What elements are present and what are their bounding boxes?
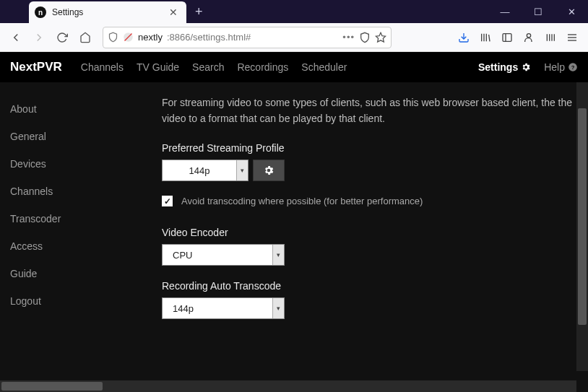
brand[interactable]: NextPVR <box>10 60 62 74</box>
nav-help[interactable]: Help ? <box>544 61 578 73</box>
sidebar-item-access[interactable]: Access <box>0 232 144 260</box>
avoid-transcode-label: Avoid transcoding where possible (for be… <box>181 196 423 206</box>
url-host: nextly <box>138 32 163 43</box>
window-controls: — ☐ ✕ <box>488 0 588 23</box>
gear-icon <box>521 62 531 72</box>
url-rest: :8866/settings.html# <box>167 32 251 43</box>
avoid-transcode-checkbox[interactable]: ✓ <box>162 196 173 206</box>
sidebar-item-channels[interactable]: Channels <box>0 178 144 205</box>
autotranscode-label: Recording Auto Transcode <box>162 280 579 292</box>
sidebar-toggle-icon[interactable] <box>497 27 517 48</box>
app-topnav: NextPVR Channels TV Guide Search Recordi… <box>0 52 588 82</box>
library-icon[interactable] <box>475 27 496 48</box>
hamburger-menu-icon[interactable] <box>562 27 582 48</box>
question-icon: ? <box>568 62 578 72</box>
sidebar-item-general[interactable]: General <box>0 123 144 150</box>
svg-marker-1 <box>376 32 385 42</box>
nav-settings[interactable]: Settings <box>478 61 531 73</box>
transcoder-description: For streaming video to some types of cli… <box>162 95 579 126</box>
avoid-transcode-row[interactable]: ✓ Avoid transcoding where possible (for … <box>162 196 579 206</box>
tab-close-icon[interactable]: ✕ <box>166 6 181 18</box>
settings-sidebar: About General Devices Channels Transcode… <box>0 82 144 371</box>
tracking-icon[interactable] <box>123 32 134 43</box>
autotranscode-value: 144p <box>163 303 272 314</box>
window-minimize-icon[interactable]: — <box>488 6 522 17</box>
bookmark-star-icon[interactable] <box>375 32 386 43</box>
horizontal-scrollbar-thumb[interactable] <box>1 382 103 391</box>
sidebar-item-transcoder[interactable]: Transcoder <box>0 205 144 232</box>
tab-favicon: n <box>35 6 46 18</box>
chevron-down-icon: ▾ <box>272 298 284 318</box>
nav-help-label: Help <box>544 61 565 73</box>
svg-point-9 <box>527 33 530 37</box>
nav-scheduler[interactable]: Scheduler <box>301 61 347 73</box>
window-maximize-icon[interactable]: ☐ <box>522 6 555 17</box>
nav-channels[interactable]: Channels <box>81 61 124 73</box>
extensions-icon[interactable] <box>540 27 561 48</box>
page-actions-icon[interactable]: ••• <box>342 32 355 43</box>
sidebar-item-logout[interactable]: Logout <box>0 287 144 315</box>
forward-button[interactable] <box>29 27 49 48</box>
nav-search[interactable]: Search <box>192 61 224 73</box>
profile-label: Preferred Streaming Profile <box>162 142 579 154</box>
settings-main: For streaming video to some types of cli… <box>144 82 588 371</box>
reload-button[interactable] <box>52 27 72 48</box>
reader-icon[interactable] <box>359 32 371 43</box>
vertical-scrollbar-thumb[interactable] <box>578 108 587 325</box>
autotranscode-select[interactable]: 144p ▾ <box>162 297 285 319</box>
profile-value: 144p <box>163 165 236 176</box>
shield-icon[interactable] <box>108 32 118 43</box>
sidebar-item-about[interactable]: About <box>0 95 144 123</box>
browser-tab[interactable]: n Settings ✕ <box>29 1 186 23</box>
profile-select[interactable]: 144p ▾ <box>162 160 248 181</box>
nav-recordings[interactable]: Recordings <box>237 61 288 73</box>
downloads-icon[interactable] <box>454 27 474 48</box>
toolbar-right-icons <box>454 27 582 48</box>
chevron-down-icon: ▾ <box>236 160 248 180</box>
window-close-icon[interactable]: ✕ <box>555 6 588 17</box>
url-bar[interactable]: nextly:8866/settings.html# ••• <box>103 27 392 48</box>
account-icon[interactable] <box>519 27 539 48</box>
vertical-scrollbar[interactable] <box>576 82 588 371</box>
horizontal-scrollbar[interactable] <box>0 380 576 392</box>
svg-line-6 <box>489 35 490 41</box>
browser-titlebar: n Settings ✕ + — ☐ ✕ <box>0 0 588 23</box>
chevron-down-icon: ▾ <box>272 245 284 265</box>
tab-title: Settings <box>52 7 166 17</box>
app-workarea: About General Devices Channels Transcode… <box>0 82 588 371</box>
encoder-select[interactable]: CPU ▾ <box>162 244 285 266</box>
app-viewport: NextPVR Channels TV Guide Search Recordi… <box>0 52 588 392</box>
svg-text:?: ? <box>571 64 575 71</box>
gear-icon <box>263 165 274 176</box>
profile-settings-button[interactable] <box>253 160 285 181</box>
home-button[interactable] <box>75 27 95 48</box>
encoder-label: Video Encoder <box>162 227 579 238</box>
nav-tvguide[interactable]: TV Guide <box>137 61 179 73</box>
sidebar-item-guide[interactable]: Guide <box>0 260 144 287</box>
sidebar-item-devices[interactable]: Devices <box>0 150 144 178</box>
encoder-value: CPU <box>163 250 272 261</box>
nav-settings-label: Settings <box>478 61 518 73</box>
browser-toolbar: nextly:8866/settings.html# ••• <box>0 23 588 52</box>
svg-rect-7 <box>503 33 511 41</box>
back-button[interactable] <box>6 27 26 48</box>
new-tab-button[interactable]: + <box>186 1 212 22</box>
